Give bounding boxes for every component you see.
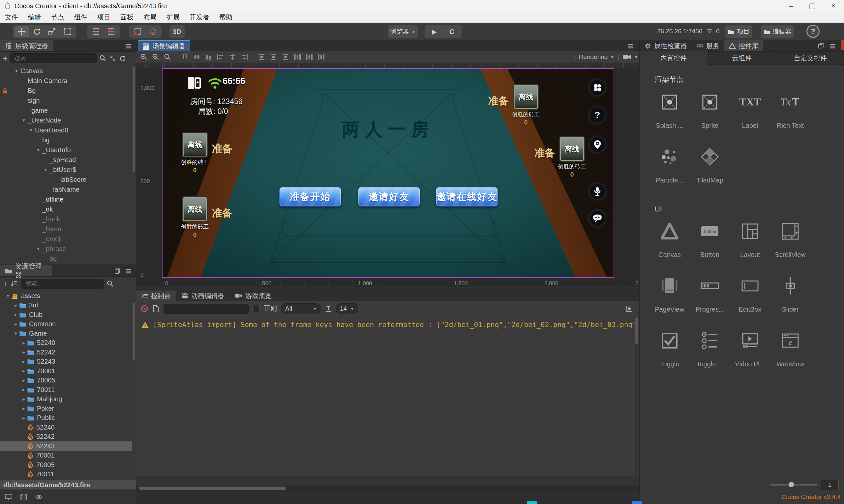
hierarchy-scrollbar[interactable] <box>133 67 135 172</box>
maximize-button[interactable]: ▢ <box>802 0 823 12</box>
help-button[interactable]: ? <box>806 25 820 38</box>
locate-node-icon[interactable] <box>109 55 116 62</box>
align-middle-icon[interactable] <box>192 53 202 61</box>
widget-layout[interactable]: Layout <box>730 215 770 269</box>
font-size-dropdown[interactable]: 14▼ <box>335 303 358 314</box>
widget-tiledmap[interactable]: TiledMap <box>690 140 730 195</box>
cache-icon[interactable] <box>20 493 28 501</box>
asset-item-70011[interactable]: ▸70011 <box>0 385 132 395</box>
expand-arrow-icon[interactable]: ▸ <box>20 349 27 355</box>
widget-slider[interactable]: Slider <box>770 269 810 324</box>
expand-arrow-icon[interactable]: ▾ <box>13 68 20 74</box>
assets-scrollbar[interactable] <box>133 303 135 360</box>
asset-item-Common[interactable]: ▸Common <box>0 320 132 329</box>
chevron-down-icon[interactable]: ▼ <box>634 55 638 59</box>
menu-item-3[interactable]: 节点 <box>46 12 69 22</box>
expand-arrow-icon[interactable]: ▸ <box>20 396 27 402</box>
tab-animation-editor[interactable]: 动画编辑器 <box>176 290 229 301</box>
rotate-tool-button[interactable] <box>30 26 44 37</box>
asset-item-52242[interactable]: ▸52242 <box>0 347 132 357</box>
search-icon[interactable] <box>106 280 114 287</box>
local-gizmo-button[interactable] <box>131 26 145 37</box>
play-icon[interactable]: ▶ <box>432 28 437 36</box>
widget-toggle[interactable]: Toggle <box>650 324 690 379</box>
chat-icon[interactable] <box>590 211 605 226</box>
expand-arrow-icon[interactable]: ▾ <box>5 293 11 299</box>
expand-arrow-icon[interactable]: ▸ <box>20 406 27 411</box>
expand-arrow-icon[interactable]: ▾ <box>20 117 27 123</box>
invite-online-friend-button[interactable]: 邀请在线好友 <box>436 187 498 206</box>
distribute-middle-icon[interactable] <box>269 53 279 61</box>
assets-search-input[interactable] <box>21 279 104 289</box>
open-editor-button[interactable]: 编辑器 <box>761 25 794 38</box>
align-left-icon[interactable] <box>215 53 226 61</box>
widget-editbox[interactable]: EditBox <box>730 269 770 324</box>
scene-viewport[interactable]: 使用鼠标右键平移视窗焦点，使用滚轮缩放视图 05001,0001,5002,00… <box>136 62 639 288</box>
preview-target-dropdown[interactable]: 浏览器▼ <box>388 25 418 38</box>
menu-item-9[interactable]: 开发者 <box>185 12 214 22</box>
player-avatar[interactable]: 离线 <box>183 133 207 157</box>
device-icon[interactable] <box>5 493 13 501</box>
panel-menu-icon[interactable] <box>829 42 836 50</box>
console-filter-input[interactable] <box>163 304 248 313</box>
tab-inspector[interactable]: 属性检查器 <box>640 40 692 51</box>
tab-scene-editor[interactable]: 场景编辑器 <box>138 40 190 51</box>
clear-console-icon[interactable] <box>140 305 148 312</box>
hierarchy-node-bg[interactable]: bg <box>0 135 132 145</box>
camera-icon[interactable] <box>622 54 631 60</box>
hierarchy-node-sign[interactable]: sign <box>0 95 132 105</box>
rendering-mode-dropdown[interactable]: Rendering▼ <box>579 53 615 60</box>
expand-arrow-icon[interactable]: ▾ <box>28 127 34 133</box>
hierarchy-node-_ok[interactable]: _ok <box>0 204 132 214</box>
invite-friend-button[interactable]: 邀请好友 <box>358 187 420 206</box>
tab-assets[interactable]: 资源管理器 <box>0 265 52 276</box>
widget-videopl[interactable]: Video Pl... <box>730 324 770 379</box>
asset-item-3rd[interactable]: ▸3rd <box>0 301 132 310</box>
zoom-in-icon[interactable] <box>138 53 149 61</box>
asset-item-Game[interactable]: ▾Game <box>0 329 132 338</box>
visibility-icon[interactable] <box>35 494 43 500</box>
expand-arrow-icon[interactable]: ▸ <box>20 359 27 365</box>
align-bottom-icon[interactable] <box>203 53 214 61</box>
widget-label[interactable]: TXTLabel <box>730 86 770 140</box>
hierarchy-node-_listen[interactable]: _listen <box>0 224 132 234</box>
tab-widget-library[interactable]: 控件库 <box>724 40 763 51</box>
expand-arrow-icon[interactable]: ▸ <box>20 368 27 374</box>
menu-item-2[interactable]: 编辑 <box>23 12 46 22</box>
hierarchy-node-_spHead[interactable]: _spHead <box>0 155 132 165</box>
widget-toggle[interactable]: Toggle ... <box>690 324 730 379</box>
hierarchy-node-Bg[interactable]: Bg <box>0 86 132 95</box>
distribute-bottom-icon[interactable] <box>280 53 291 61</box>
expand-arrow-icon[interactable]: ▾ <box>35 246 41 252</box>
close-button[interactable]: × <box>823 0 844 12</box>
zoom-out-icon[interactable] <box>150 53 161 61</box>
slider-handle[interactable] <box>789 482 794 487</box>
open-log-icon[interactable] <box>152 305 159 312</box>
hierarchy-node-_UserInfo[interactable]: ▾_UserInfo <box>0 145 132 155</box>
hierarchy-node-_emoji[interactable]: _emoji <box>0 234 132 244</box>
location-pin-icon[interactable] <box>590 137 605 152</box>
distribute-center-icon[interactable] <box>304 53 314 61</box>
zoom-reset-icon[interactable] <box>162 53 173 61</box>
console-warning-row[interactable]: [SpriteAtlas import] Some of the frame k… <box>136 316 639 329</box>
expand-arrow-icon[interactable]: ▸ <box>20 340 27 346</box>
hierarchy-node-_UserNode[interactable]: ▾_UserNode <box>0 115 132 125</box>
hierarchy-node-UserHead0[interactable]: ▾UserHead0 <box>0 125 132 135</box>
hierarchy-node-_phrase[interactable]: ▾_phrase <box>0 244 132 254</box>
move-tool-button[interactable] <box>15 26 29 37</box>
refresh-icon[interactable] <box>119 55 126 62</box>
sort-icon[interactable] <box>10 280 18 287</box>
asset-item-52243[interactable]: 52243 <box>0 442 132 451</box>
expand-arrow-icon[interactable]: ▾ <box>42 167 49 173</box>
asset-item-Public[interactable]: ▸Public <box>0 413 132 423</box>
pivot-mode-button[interactable] <box>89 26 103 37</box>
expand-arrow-icon[interactable]: ▸ <box>13 312 19 318</box>
asset-item-52240[interactable]: ▸52240 <box>0 338 132 348</box>
widget-webview[interactable]: eWebView <box>770 324 810 379</box>
scale-tool-button[interactable] <box>45 26 59 37</box>
widget-scrollview[interactable]: ScrollView <box>770 215 810 269</box>
expand-arrow-icon[interactable]: ▸ <box>20 378 27 383</box>
scene-panel-menu-icon[interactable] <box>627 42 634 50</box>
panel-clone-icon[interactable] <box>817 42 824 50</box>
expand-arrow-icon[interactable]: ▸ <box>13 321 19 327</box>
